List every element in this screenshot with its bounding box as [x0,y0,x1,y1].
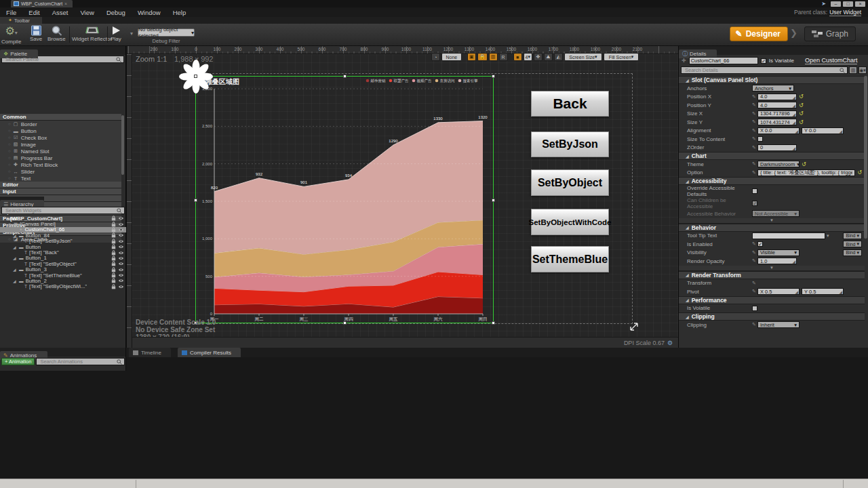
palette-item[interactable]: ○TText [0,175,121,182]
eye-icon[interactable] [118,227,124,232]
eye-icon[interactable] [118,222,124,227]
selected-chart-widget[interactable]: 05001,0001,5002,0002,5003,000周一周二周三周四周五周… [195,76,494,323]
section-expander-icon[interactable]: ▼ [679,266,865,271]
lock-icon[interactable] [111,216,116,221]
lock-icon[interactable] [111,284,116,289]
tutorial-icon[interactable]: ➤ [821,1,826,7]
hierarchy-search[interactable] [1,207,125,214]
eye-icon[interactable] [118,232,124,238]
menu-item[interactable]: Debug [100,9,132,16]
position-y-field[interactable]: 4.0◢ [757,102,797,108]
section-behavior[interactable]: ◢Behavior [679,224,865,232]
section-performance[interactable]: ◢Performance [679,296,865,304]
compile-button[interactable]: ⚙▾ Compile [1,25,21,45]
size-to-content-checkbox[interactable] [757,136,763,142]
resize-handle[interactable] [492,321,495,325]
hierarchy-row[interactable]: T[Text] "Back" [0,249,126,255]
resize-handle[interactable] [492,199,495,202]
palette-category[interactable]: Editor [0,182,121,188]
is-enabled-bind-button[interactable]: Bind▾ [843,241,862,247]
section-clipping[interactable]: ◢Clipping [679,312,865,321]
taskbar[interactable] [0,479,868,488]
tab-close-icon[interactable]: × [64,1,67,6]
palette-item[interactable]: ○✚Rich Text Block [0,161,121,168]
outline-toggle-icon[interactable]: ▥ [489,53,498,61]
section-slot[interactable]: ◢Slot (Canvas Panel Slot) [679,76,865,84]
lock-icon[interactable] [111,239,116,244]
document-tab[interactable]: WBP_CustomChart × [11,0,73,7]
dpi-gear-icon[interactable]: ⚙ [667,340,673,346]
revert-icon[interactable]: ↺ [799,110,804,117]
menu-item[interactable]: Window [132,9,167,16]
expand-arrow-icon[interactable]: ◢ [7,222,12,226]
maximize-button[interactable]: □ [843,1,853,7]
hierarchy-row[interactable]: T[Text] "SetByObjectWi..." [0,284,126,289]
column-view-icon[interactable]: ▥ [849,66,857,74]
chevron-down-icon[interactable]: ▾ [827,233,829,239]
size-y-field[interactable]: 1074.431274◢ [757,119,797,125]
preview-button-setbyobjectwithcode[interactable]: SetByObjectWithCode [531,209,609,235]
eye-icon[interactable] [118,244,124,249]
resize-handle[interactable] [194,75,197,78]
pivot-y-field[interactable]: Y 0.5◢ [802,288,844,295]
lock-icon[interactable] [111,278,116,283]
add-component-icon[interactable]: ✛ [682,58,686,64]
visibility-dropdown[interactable]: Visible▾ [757,249,800,256]
flow-direction-dropdown[interactable]: None [441,53,462,61]
lock-icon[interactable] [111,272,116,278]
menu-item[interactable]: File [0,9,22,16]
palette-item[interactable]: ○▧Image [0,141,121,148]
palette-item[interactable]: ○⊞Named Slot [0,148,121,155]
resize-handle[interactable] [343,75,347,78]
eye-icon[interactable] [118,256,124,261]
animations-search[interactable] [36,358,125,365]
palette-item[interactable]: ○▬Button [0,127,121,134]
render-opacity-field[interactable]: 1.0◢ [757,258,797,264]
palette-search[interactable] [1,56,124,63]
graph-mode-button[interactable]: Graph [804,26,856,41]
is-enabled-checkbox[interactable]: ✓ [757,241,763,247]
palette-search-input[interactable] [4,56,116,63]
hierarchy-row[interactable]: [WBP_CustomChart] [0,216,126,221]
hierarchy-row[interactable]: T[Text] "SetByJson" [0,239,126,244]
details-scrollbar[interactable] [864,76,867,239]
preview-button-setbyjson[interactable]: SetByJson [531,131,609,157]
revert-icon[interactable]: ↺ [799,102,804,108]
eye-icon[interactable] [118,239,124,244]
fill-screen-dropdown[interactable]: Fill Screen ▾ [604,53,639,61]
toolbar-tab[interactable]: ✦ Toolbar [0,17,42,24]
scale-mode-icon[interactable]: ⛰ [544,53,553,61]
eye-icon[interactable] [118,267,124,272]
animations-search-input[interactable] [39,358,117,365]
lock-icon[interactable] [111,267,116,272]
palette-item[interactable]: ○▤Progress Bar [0,155,121,161]
position-x-field[interactable]: 4.0◢ [757,94,797,100]
close-button[interactable]: × [855,1,865,7]
palette-item[interactable]: ○↔Slider [0,168,121,175]
eye-icon[interactable] [118,284,124,289]
palette-category[interactable]: Common [0,114,121,121]
section-render-transform[interactable]: ◢Render Transform [679,271,865,279]
size-x-field[interactable]: 1304.717896◢ [757,110,797,117]
alignment-x-field[interactable]: X 0.0◢ [757,127,800,134]
menu-item[interactable]: Edit [22,9,45,16]
browse-button[interactable]: Browse [47,25,66,42]
lock-icon[interactable] [111,250,116,256]
lock-icon[interactable]: 🔒 [477,53,488,61]
preview-button-setthemeblue[interactable]: SetThemeBlue [531,246,609,272]
save-button[interactable]: Save [30,25,42,42]
eye-icon[interactable] [118,261,124,266]
hierarchy-search-input[interactable] [4,207,117,214]
revert-icon[interactable]: ↺ [799,94,804,100]
localization-preview-button[interactable]: ◔ [431,53,440,61]
palette-item[interactable]: ○☑Check Box [0,134,121,141]
timeline-tab[interactable]: Timeline [129,348,171,357]
pivot-x-field[interactable]: X 0.5◢ [757,288,800,295]
eye-icon[interactable] [118,216,124,221]
expand-arrow-icon[interactable]: ◢ [13,256,17,260]
clipping-dropdown[interactable]: Inherit▾ [757,321,800,328]
revert-icon[interactable]: ↺ [857,169,862,176]
lock-icon[interactable] [111,256,116,261]
grid-snap-toggle-icon[interactable]: ▣ [467,53,476,61]
resize-handle[interactable] [194,199,197,202]
